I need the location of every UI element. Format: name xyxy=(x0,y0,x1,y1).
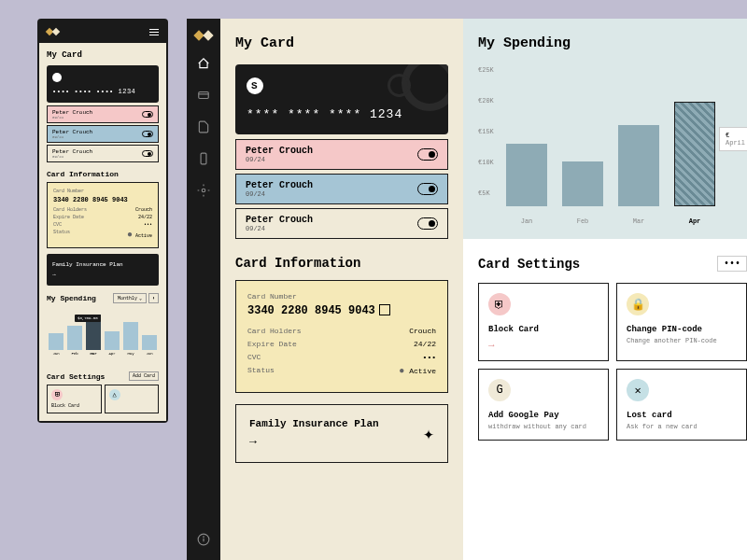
gear-icon[interactable] xyxy=(196,183,211,198)
holder-exp: 09/24 xyxy=(246,190,313,198)
card-brand-icon xyxy=(52,73,62,82)
mobile-header xyxy=(39,21,166,43)
lost-card-button[interactable]: ✕Lost cardAsk for a new card xyxy=(616,369,747,441)
block-card-button[interactable]: ⛨Block Card xyxy=(47,385,102,413)
toggle-icon[interactable] xyxy=(417,183,438,195)
holder-exp: 09/24 xyxy=(246,225,313,232)
info-number: 3340 2280 8945 9043 xyxy=(53,196,152,203)
google-icon: G xyxy=(488,379,511,401)
chart-x-labels: JanFebMarAprMayJun xyxy=(47,352,159,356)
chart-bar[interactable] xyxy=(506,144,547,206)
info-label: CVC xyxy=(53,222,62,228)
cardholder-row[interactable]: Peter Crouch09/24 xyxy=(47,105,159,123)
chart-bar[interactable] xyxy=(618,125,659,206)
chart-tooltip: $8,789.00 xyxy=(75,315,101,322)
block-card-button[interactable]: ⛨Block Card→ xyxy=(478,283,609,361)
copy-icon[interactable] xyxy=(381,306,390,315)
holder-name: Peter Crouch xyxy=(52,148,92,155)
toggle-icon[interactable] xyxy=(417,217,438,230)
card-title: Lost card xyxy=(627,411,737,420)
insurance-banner[interactable]: Family Insurance Plan→ ✦ xyxy=(235,404,448,463)
chart-bar xyxy=(67,326,82,350)
mobile-frame: My Card •••• •••• •••• 1234 Peter Crouch… xyxy=(37,19,168,423)
credit-card: **** **** **** 1234 xyxy=(235,64,448,134)
info-label: Expire Date xyxy=(247,340,297,348)
info-label: Expire Date xyxy=(53,215,84,220)
card-number: **** **** **** 1234 xyxy=(247,107,437,121)
info-icon[interactable] xyxy=(196,532,211,547)
spending-chart: $8,789.00 JanFebMarAprMayJun xyxy=(47,313,159,364)
setting-card[interactable]: △ xyxy=(105,385,160,413)
insurance-banner[interactable]: Family Insurance Plan → xyxy=(47,254,159,286)
spending-section: My Spending €25K€20K€15K€10K€5K JanFebMa… xyxy=(463,19,747,239)
card-title: Change PIN-code xyxy=(627,325,737,334)
chart-bar xyxy=(123,322,138,350)
cardholder-row[interactable]: Peter Crouch09/24 xyxy=(47,125,159,143)
info-value: ••• xyxy=(423,353,436,361)
holder-exp: 09/24 xyxy=(52,155,92,159)
x-axis: JanFebMarApr xyxy=(506,217,747,225)
holder-name: Peter Crouch xyxy=(246,146,313,156)
section-title: Card Information xyxy=(47,170,159,178)
desktop-frame: My Card **** **** **** 1234 Peter Crouch… xyxy=(187,19,747,560)
svg-point-6 xyxy=(204,537,204,538)
section-title: Card Information xyxy=(235,256,448,271)
info-label: Status xyxy=(53,230,70,240)
google-pay-button[interactable]: GAdd Google Paywithdraw without any card xyxy=(478,369,609,441)
info-value: Crouch xyxy=(135,207,152,213)
credit-card: •••• •••• •••• 1234 xyxy=(47,65,159,103)
card-info-box: Card Number 3340 2280 8945 9043 Card Hol… xyxy=(47,182,159,248)
arrow-icon: → xyxy=(52,272,153,278)
banner-text: Family Insurance Plan xyxy=(52,261,153,268)
card-title: Block Card xyxy=(488,325,599,334)
card-desc: withdraw without any card xyxy=(488,423,599,430)
period-dropdown[interactable]: Monthly⌄ xyxy=(113,293,147,303)
chevron-down-icon: ⌄ xyxy=(139,295,142,301)
holder-exp: 09/24 xyxy=(52,135,92,139)
lock-icon: △ xyxy=(109,389,120,400)
cardholder-row[interactable]: Peter Crouch09/24 xyxy=(235,208,448,239)
info-label: Card Holders xyxy=(247,327,302,335)
more-button[interactable]: ••• xyxy=(717,256,747,272)
card-brand-icon xyxy=(247,77,263,94)
info-value: 24/22 xyxy=(414,340,436,348)
info-number: 3340 2280 8945 9043 xyxy=(247,304,375,317)
shield-icon: ⛨ xyxy=(51,389,63,400)
section-title: My Spending xyxy=(47,294,96,302)
change-pin-button[interactable]: 🔒Change PIN-codeChange another PIN-code xyxy=(616,283,747,361)
chart-bar-active[interactable] xyxy=(674,102,715,206)
toggle-icon[interactable] xyxy=(142,150,153,157)
card-icon[interactable] xyxy=(196,88,211,103)
info-label: Card Number xyxy=(247,292,436,301)
lock-icon: 🔒 xyxy=(627,293,649,315)
home-icon[interactable] xyxy=(196,56,211,71)
page-title: My Card xyxy=(47,50,159,60)
sparkle-icon: ✦ xyxy=(423,422,434,445)
info-value: Crouch xyxy=(409,327,436,335)
phone-icon[interactable] xyxy=(196,151,211,166)
holder-exp: 09/24 xyxy=(52,116,92,119)
document-icon[interactable] xyxy=(196,119,211,134)
cardholder-row[interactable]: Peter Crouch09/24 xyxy=(235,139,448,170)
right-panel: My Spending €25K€20K€15K€10K€5K JanFebMa… xyxy=(463,19,747,560)
holder-name: Peter Crouch xyxy=(52,109,92,116)
cardholder-row[interactable]: Peter Crouch09/24 xyxy=(47,145,159,162)
my-card-panel: My Card **** **** **** 1234 Peter Crouch… xyxy=(220,19,463,560)
svg-rect-0 xyxy=(199,92,209,99)
download-icon[interactable]: ⬇ xyxy=(148,293,159,303)
toggle-icon[interactable] xyxy=(142,111,153,118)
chart-bar xyxy=(142,335,157,350)
info-label: Status xyxy=(247,366,275,376)
add-card-button[interactable]: Add Card xyxy=(129,371,159,381)
section-title: Card Settings xyxy=(47,372,105,381)
y-axis: €25K€20K€15K€10K€5K xyxy=(478,66,494,197)
info-label: Card Number xyxy=(53,189,152,194)
toggle-icon[interactable] xyxy=(417,148,438,161)
chart-bar[interactable] xyxy=(562,161,603,206)
card-desc: Ask for a new card xyxy=(627,423,737,430)
menu-icon[interactable] xyxy=(149,29,159,35)
settings-section: Card Settings ••• ⛨Block Card→ 🔒Change P… xyxy=(463,239,747,457)
toggle-icon[interactable] xyxy=(142,131,153,137)
card-number: •••• •••• •••• 1234 xyxy=(52,88,153,95)
cardholder-row[interactable]: Peter Crouch09/24 xyxy=(235,174,448,204)
